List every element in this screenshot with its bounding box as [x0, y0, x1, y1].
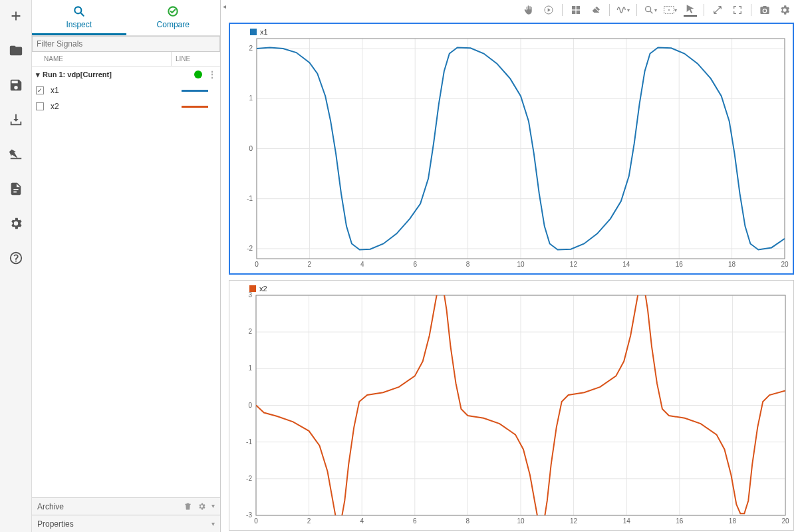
- tab-inspect-label: Inspect: [66, 20, 92, 29]
- svg-rect-4: [572, 6, 575, 9]
- signal-name: x2: [51, 102, 182, 111]
- add-icon[interactable]: [5, 5, 27, 27]
- settings-icon[interactable]: [5, 213, 27, 234]
- svg-text:-3: -3: [246, 511, 252, 519]
- svg-rect-5: [577, 6, 580, 9]
- svg-text:1: 1: [248, 364, 252, 372]
- svg-text:20: 20: [781, 261, 789, 268]
- svg-text:16: 16: [676, 261, 684, 268]
- report-icon[interactable]: [5, 178, 27, 200]
- svg-text:4: 4: [360, 517, 364, 525]
- signal-wave-icon[interactable]: ▾: [616, 3, 630, 17]
- svg-line-9: [650, 11, 652, 13]
- svg-text:4: 4: [360, 261, 364, 268]
- svg-text:2: 2: [249, 45, 253, 52]
- tab-compare-label: Compare: [157, 20, 190, 29]
- column-headers: NAME LINE: [32, 52, 220, 66]
- svg-text:6: 6: [413, 517, 417, 525]
- svg-text:10: 10: [517, 261, 525, 268]
- svg-text:8: 8: [466, 517, 470, 525]
- gear-small-icon[interactable]: [198, 502, 206, 511]
- svg-rect-7: [577, 11, 580, 14]
- svg-text:2: 2: [308, 261, 312, 268]
- layout-grid-icon[interactable]: [569, 3, 583, 17]
- chart-legend: x1: [250, 28, 268, 36]
- tab-compare[interactable]: Compare: [126, 0, 221, 35]
- signal-checkbox[interactable]: ✓: [36, 86, 44, 94]
- svg-text:0: 0: [249, 145, 253, 152]
- header-name: NAME: [32, 55, 171, 63]
- plot-toolbar: ▾ ▾ ▾: [227, 0, 798, 20]
- svg-text:12: 12: [570, 261, 578, 268]
- svg-text:14: 14: [623, 517, 631, 525]
- folder-icon[interactable]: [5, 40, 27, 61]
- svg-text:8: 8: [466, 261, 470, 268]
- svg-text:18: 18: [728, 261, 736, 268]
- camera-icon[interactable]: [758, 3, 771, 17]
- signal-list: ✓ x1 x2: [32, 82, 220, 114]
- svg-text:12: 12: [570, 517, 578, 525]
- tab-inspect[interactable]: Inspect: [32, 0, 126, 35]
- line-swatch[interactable]: [182, 90, 208, 92]
- run-label: Run 1: vdp[Current]: [43, 70, 112, 78]
- archive-label: Archive: [37, 502, 64, 511]
- zoom-icon[interactable]: ▾: [644, 3, 657, 17]
- expand-triangle-icon[interactable]: ▾: [36, 70, 40, 79]
- properties-label: Properties: [37, 519, 74, 529]
- svg-text:18: 18: [729, 517, 737, 525]
- export-icon[interactable]: [5, 144, 27, 165]
- clear-icon[interactable]: [589, 3, 602, 17]
- save-icon[interactable]: [5, 74, 27, 96]
- svg-text:-1: -1: [247, 195, 253, 202]
- archive-pane[interactable]: Archive ▾: [32, 497, 220, 515]
- chart-area: 02468101214161820-2-1012x1 0246810121416…: [227, 20, 798, 532]
- chevron-down-icon[interactable]: ▾: [211, 520, 215, 527]
- svg-text:0: 0: [255, 261, 259, 268]
- svg-text:-2: -2: [246, 475, 252, 482]
- svg-text:0: 0: [254, 517, 258, 525]
- playback-icon[interactable]: [542, 3, 555, 17]
- svg-text:2: 2: [307, 517, 311, 525]
- svg-line-1: [80, 13, 84, 16]
- run-row[interactable]: ▾ Run 1: vdp[Current] ⋮: [32, 66, 220, 82]
- more-icon[interactable]: ⋮: [207, 69, 216, 80]
- collapse-sidebar-handle[interactable]: ◂: [221, 0, 227, 532]
- trash-icon[interactable]: [184, 502, 192, 511]
- fit-icon[interactable]: ▾: [664, 3, 677, 17]
- tabs: Inspect Compare: [32, 0, 220, 36]
- signal-name: x1: [51, 86, 182, 95]
- chart-legend: x2: [249, 285, 267, 293]
- chart-panel-x1[interactable]: 02468101214161820-2-1012x1: [229, 23, 794, 275]
- import-icon[interactable]: [5, 109, 27, 130]
- svg-text:20: 20: [781, 517, 789, 525]
- svg-text:2: 2: [248, 328, 252, 335]
- svg-text:10: 10: [517, 517, 525, 525]
- properties-pane[interactable]: Properties ▾: [32, 515, 220, 532]
- fullscreen-icon[interactable]: [731, 3, 744, 17]
- cursor-arrow-icon[interactable]: [684, 3, 697, 17]
- chart-panel-x2[interactable]: 02468101214161820-3-2-10123x2: [229, 280, 794, 531]
- expand-diag-icon[interactable]: [711, 3, 724, 17]
- filter-signals-input[interactable]: [32, 36, 220, 52]
- left-toolbar: [0, 0, 32, 532]
- main-area: ▾ ▾ ▾ 02468101214161820-2-1012x1 0246810…: [227, 0, 798, 532]
- svg-text:16: 16: [676, 517, 684, 525]
- svg-text:0: 0: [248, 402, 252, 409]
- svg-text:6: 6: [413, 261, 417, 268]
- chevron-down-icon[interactable]: ▾: [211, 502, 215, 511]
- line-swatch[interactable]: [182, 106, 208, 108]
- header-line: LINE: [171, 52, 220, 66]
- gear-icon[interactable]: [778, 3, 791, 17]
- svg-text:1: 1: [249, 94, 253, 102]
- signal-row[interactable]: ✓ x1: [32, 82, 220, 98]
- help-icon[interactable]: [5, 247, 27, 269]
- signals-sidebar: Inspect Compare NAME LINE ▾ Run 1: vdp[C…: [32, 0, 221, 532]
- svg-text:14: 14: [622, 261, 630, 268]
- signal-row[interactable]: x2: [32, 98, 220, 114]
- status-dot-icon: [194, 70, 202, 78]
- svg-point-11: [668, 9, 670, 11]
- pan-hand-icon[interactable]: [522, 3, 535, 17]
- svg-point-8: [646, 7, 651, 12]
- signal-checkbox[interactable]: [36, 102, 44, 110]
- svg-rect-6: [572, 11, 575, 14]
